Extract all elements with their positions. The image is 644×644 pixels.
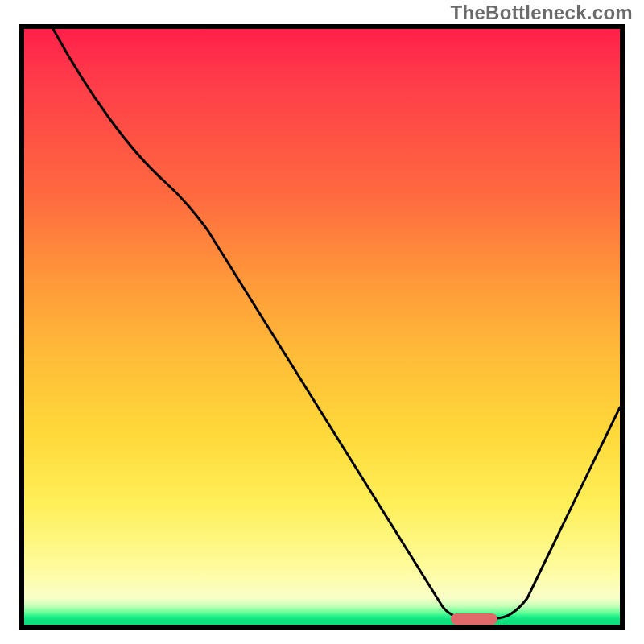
- chart-container: TheBottleneck.com: [0, 0, 644, 644]
- bottleneck-curve: [53, 29, 620, 618]
- attribution-label: TheBottleneck.com: [451, 2, 633, 24]
- optimum-marker: [451, 613, 497, 625]
- curve-layer: [24, 29, 620, 625]
- plot-frame: [19, 24, 625, 630]
